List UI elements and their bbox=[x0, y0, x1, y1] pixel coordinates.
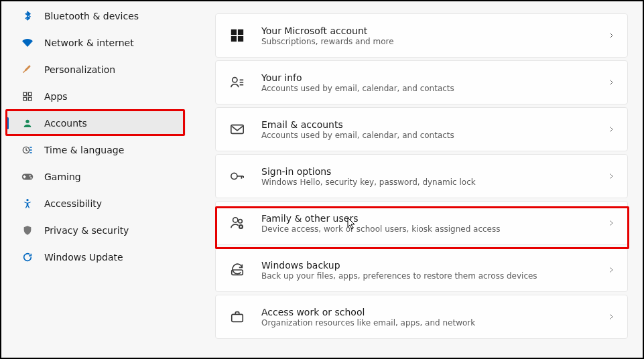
card-subtitle: Accounts used by email, calendar, and co… bbox=[261, 84, 454, 93]
svg-rect-11 bbox=[238, 29, 243, 35]
family-icon bbox=[228, 214, 247, 232]
card-family-other-users[interactable]: Family & other users Device access, work… bbox=[215, 201, 628, 245]
svg-rect-12 bbox=[231, 36, 237, 42]
sidebar-item-network[interactable]: Network & internet bbox=[7, 30, 186, 56]
svg-point-7 bbox=[29, 175, 31, 176]
key-icon bbox=[228, 167, 247, 186]
svg-rect-2 bbox=[23, 97, 27, 100]
sidebar-item-label: Accounts bbox=[44, 118, 87, 129]
card-signin-options[interactable]: Sign-in options Windows Hello, security … bbox=[215, 154, 628, 198]
accounts-icon bbox=[21, 117, 34, 129]
svg-point-18 bbox=[239, 220, 243, 224]
svg-point-14 bbox=[233, 78, 237, 82]
svg-point-4 bbox=[25, 120, 29, 123]
svg-point-8 bbox=[30, 177, 31, 178]
sidebar-item-bluetooth[interactable]: Bluetooth & devices bbox=[7, 3, 186, 29]
card-subtitle: Device access, work or school users, kio… bbox=[261, 224, 501, 234]
card-subtitle: Back up your files, apps, preferences to… bbox=[261, 271, 537, 281]
svg-rect-1 bbox=[28, 92, 31, 96]
sidebar-item-personalization[interactable]: Personalization bbox=[7, 57, 186, 82]
chevron-right-icon bbox=[607, 266, 615, 274]
update-icon bbox=[21, 251, 34, 263]
chevron-right-icon bbox=[607, 78, 615, 86]
card-work-school[interactable]: Access work or school Organization resou… bbox=[215, 295, 628, 339]
svg-rect-21 bbox=[232, 314, 243, 321]
card-title: Your Microsoft account bbox=[261, 25, 394, 36]
sidebar-item-label: Personalization bbox=[44, 64, 115, 75]
card-microsoft-account[interactable]: Your Microsoft account Subscriptions, re… bbox=[215, 13, 628, 58]
sidebar-item-label: Network & internet bbox=[44, 38, 134, 48]
card-title: Sign-in options bbox=[261, 166, 476, 177]
card-title: Access work or school bbox=[261, 307, 475, 317]
sidebar-nav: Bluetooth & devices Network & internet P… bbox=[1, 1, 191, 358]
chevron-right-icon bbox=[607, 313, 615, 321]
svg-rect-10 bbox=[231, 29, 237, 35]
sidebar-item-privacy[interactable]: Privacy & security bbox=[7, 218, 186, 243]
time-icon bbox=[21, 144, 34, 156]
card-your-info[interactable]: Your info Accounts used by email, calend… bbox=[215, 60, 628, 104]
chevron-right-icon bbox=[607, 172, 615, 180]
accessibility-icon bbox=[21, 198, 34, 210]
chevron-right-icon bbox=[607, 125, 615, 133]
card-email-accounts[interactable]: Email & accounts Accounts used by email,… bbox=[215, 107, 628, 151]
brush-icon bbox=[21, 64, 34, 76]
card-subtitle: Accounts used by email, calendar, and co… bbox=[261, 131, 454, 140]
apps-icon bbox=[21, 90, 34, 102]
sidebar-item-label: Windows Update bbox=[44, 252, 123, 263]
svg-rect-13 bbox=[238, 36, 243, 42]
sidebar-item-label: Time & language bbox=[44, 145, 124, 155]
svg-rect-0 bbox=[23, 92, 27, 96]
mail-icon bbox=[228, 120, 247, 139]
sidebar-item-apps[interactable]: Apps bbox=[7, 84, 186, 109]
work-icon bbox=[228, 307, 247, 326]
card-subtitle: Windows Hello, security key, password, d… bbox=[261, 177, 476, 187]
svg-point-16 bbox=[231, 173, 237, 179]
info-icon bbox=[228, 73, 247, 92]
microsoft-icon bbox=[228, 26, 247, 45]
sidebar-item-label: Apps bbox=[44, 91, 68, 102]
sidebar-item-label: Bluetooth & devices bbox=[44, 11, 139, 21]
sidebar-item-label: Accessibility bbox=[44, 198, 102, 209]
sidebar-item-update[interactable]: Windows Update bbox=[7, 244, 186, 270]
card-subtitle: Subscriptions, rewards and more bbox=[261, 37, 394, 46]
chevron-right-icon bbox=[607, 219, 615, 227]
bluetooth-icon bbox=[21, 10, 34, 22]
card-title: Email & accounts bbox=[261, 119, 454, 130]
card-subtitle: Organization resources like email, apps,… bbox=[261, 318, 475, 328]
backup-icon bbox=[228, 261, 247, 279]
card-title: Your info bbox=[261, 72, 454, 83]
svg-point-9 bbox=[26, 199, 28, 201]
chevron-right-icon bbox=[607, 31, 615, 40]
svg-rect-3 bbox=[28, 97, 31, 100]
sidebar-item-label: Privacy & security bbox=[44, 225, 129, 236]
privacy-icon bbox=[21, 224, 34, 236]
main-content: Your Microsoft account Subscriptions, re… bbox=[191, 1, 643, 358]
svg-point-17 bbox=[233, 218, 238, 222]
sidebar-item-accounts[interactable]: Accounts bbox=[7, 111, 186, 136]
sidebar-item-label: Gaming bbox=[44, 171, 81, 182]
card-windows-backup[interactable]: Windows backup Back up your files, apps,… bbox=[215, 248, 628, 292]
sidebar-item-gaming[interactable]: Gaming bbox=[7, 164, 186, 190]
card-title: Windows backup bbox=[261, 260, 537, 271]
wifi-icon bbox=[21, 37, 34, 49]
sidebar-item-accessibility[interactable]: Accessibility bbox=[7, 191, 186, 216]
card-title: Family & other users bbox=[261, 213, 501, 224]
gaming-icon bbox=[21, 171, 34, 183]
svg-rect-15 bbox=[231, 125, 243, 134]
sidebar-item-time[interactable]: Time & language bbox=[7, 137, 186, 163]
